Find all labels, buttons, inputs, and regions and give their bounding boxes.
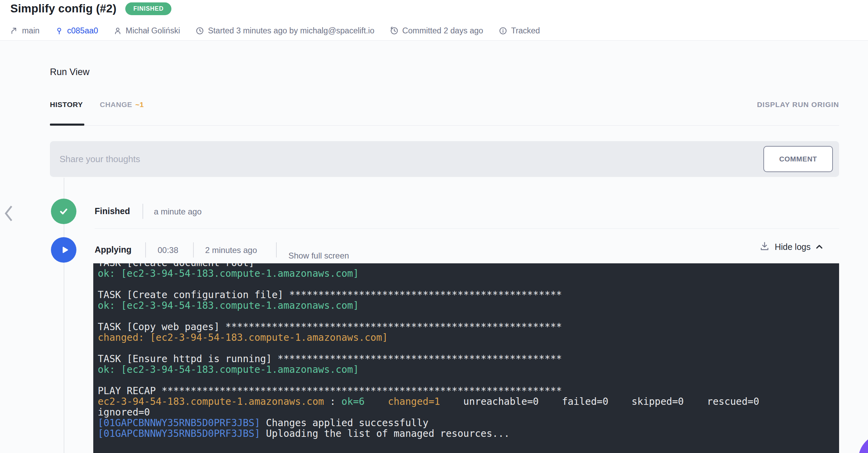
tab-change-label: CHANGE <box>100 101 132 109</box>
info-icon <box>498 26 508 35</box>
run-detail-page: Simplify config (#2) FINISHED main c085a… <box>0 0 868 453</box>
finished-status-icon <box>51 199 76 224</box>
tabs-border <box>50 125 839 126</box>
terminal-log-panel[interactable]: TASK [Create document root] ************… <box>93 263 839 453</box>
help-widget-button[interactable] <box>858 434 868 453</box>
change-count-badge: ~1 <box>135 101 144 109</box>
terminal-log: TASK [Create document root] ************… <box>93 263 839 439</box>
author-item: Michał Goliński <box>113 26 180 35</box>
collapse-panel-button[interactable] <box>2 204 14 223</box>
finished-time-ago: a minute ago <box>154 207 202 217</box>
comment-input[interactable] <box>50 141 839 177</box>
tracked-text: Tracked <box>511 26 540 35</box>
committed-item: Committed 2 days ago <box>390 26 483 35</box>
display-run-origin-button[interactable]: DISPLAY RUN ORIGIN <box>757 101 839 109</box>
comment-box: COMMENT <box>50 141 839 177</box>
run-header: Simplify config (#2) FINISHED main c085a… <box>0 0 868 41</box>
started-item: Started 3 minutes ago by michalg@spaceli… <box>195 26 374 35</box>
branch-icon <box>10 27 19 35</box>
divider <box>145 242 146 257</box>
chevron-up-icon <box>814 242 824 252</box>
hide-logs-label: Hide logs <box>775 242 811 252</box>
logs-controls: Hide logs <box>759 241 824 253</box>
tracked-item: Tracked <box>498 26 540 35</box>
hide-logs-toggle[interactable]: Hide logs <box>775 242 824 252</box>
person-icon <box>113 27 122 35</box>
divider <box>142 204 143 219</box>
download-icon <box>759 241 770 252</box>
title-row: Simplify config (#2) FINISHED <box>10 2 171 15</box>
commit-sha: c085aa0 <box>67 26 98 35</box>
run-view-heading: Run View <box>50 67 89 77</box>
tab-history[interactable]: HISTORY <box>50 101 83 109</box>
author-name: Michał Goliński <box>126 26 180 35</box>
tab-change[interactable]: CHANGE ~1 <box>100 101 144 109</box>
show-full-screen-link[interactable]: Show full screen <box>288 251 349 261</box>
check-icon <box>57 205 70 218</box>
download-logs-button[interactable] <box>759 241 770 253</box>
commit-icon <box>55 27 64 35</box>
branch-link[interactable]: main <box>10 26 40 35</box>
meta-row: main c085aa0 Michał Goliński Started 3 m… <box>10 26 540 35</box>
commit-link[interactable]: c085aa0 <box>55 26 98 35</box>
page-title: Simplify config (#2) <box>10 2 116 15</box>
clock-icon <box>195 26 204 35</box>
comment-button[interactable]: COMMENT <box>763 146 833 172</box>
applying-duration: 00:38 <box>158 245 178 255</box>
row-divider <box>95 228 839 229</box>
divider <box>193 242 194 257</box>
applying-time-ago: 2 minutes ago <box>205 245 257 255</box>
active-tab-underline <box>50 124 84 126</box>
chevron-left-icon <box>2 204 14 222</box>
applying-status-icon <box>51 237 76 263</box>
finished-label: Finished <box>95 206 130 216</box>
divider <box>276 242 277 257</box>
applying-label: Applying <box>95 245 131 255</box>
started-text: Started 3 minutes ago by michalg@spaceli… <box>208 26 374 35</box>
play-icon <box>60 245 70 255</box>
history-clock-icon <box>390 26 399 35</box>
branch-name: main <box>22 26 40 35</box>
committed-text: Committed 2 days ago <box>402 26 483 35</box>
status-badge: FINISHED <box>125 2 171 15</box>
